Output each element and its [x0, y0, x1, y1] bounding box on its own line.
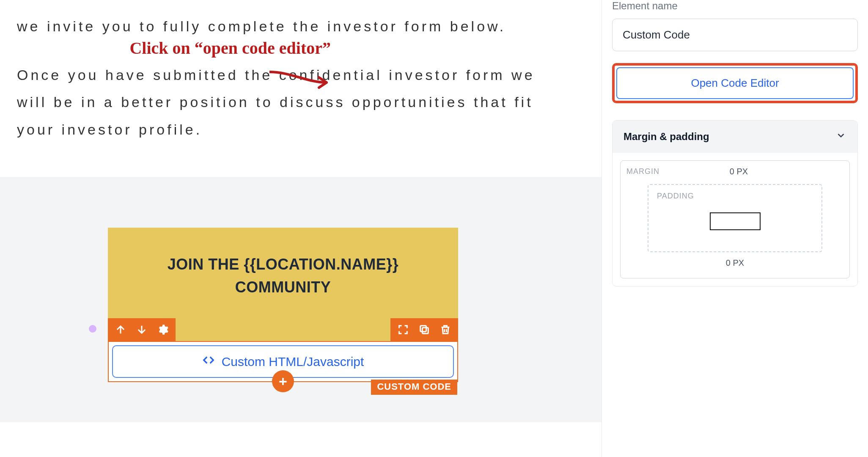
padding-label: PADDING [657, 192, 694, 200]
add-element-button[interactable]: + [272, 370, 294, 392]
page-text-block: we invite you to fully complete the inve… [0, 0, 602, 177]
duplicate-icon[interactable] [418, 324, 430, 336]
code-icon [202, 354, 215, 369]
custom-code-element[interactable]: Custom HTML/Javascript + CUSTOM CODE [108, 341, 458, 382]
svg-rect-1 [420, 326, 426, 332]
move-down-icon[interactable] [136, 324, 148, 336]
padding-box[interactable]: PADDING [648, 184, 822, 252]
selected-section[interactable]: JOIN THE {{LOCATION.NAME}} COMMUNITY [108, 228, 458, 382]
highlight-box: Open Code Editor [612, 63, 858, 103]
element-name-input[interactable] [612, 19, 858, 51]
canvas-lower-area: JOIN THE {{LOCATION.NAME}} COMMUNITY [0, 177, 602, 422]
element-name-label: Element name [612, 0, 858, 12]
toolbar-left-group [108, 318, 176, 341]
margin-bottom-value[interactable]: 0 PX [626, 258, 843, 268]
margin-box[interactable]: MARGIN 0 PX PADDING 0 PX [620, 160, 850, 278]
element-toolbar [108, 318, 458, 341]
move-up-icon[interactable] [115, 324, 126, 336]
chevron-down-icon [835, 130, 846, 143]
custom-code-tag: CUSTOM CODE [371, 380, 457, 395]
inspector-sidebar: Element name Open Code Editor Margin & p… [602, 0, 868, 457]
svg-rect-0 [422, 328, 428, 334]
trash-icon[interactable] [439, 324, 451, 336]
open-code-editor-button[interactable]: Open Code Editor [616, 67, 854, 99]
editor-canvas: we invite you to fully complete the inve… [0, 0, 602, 457]
paragraph-1: we invite you to fully complete the inve… [17, 13, 567, 40]
paragraph-2: Once you have submitted the confidential… [17, 61, 567, 143]
accordion-title: Margin & padding [624, 131, 709, 143]
yellow-community-block[interactable]: JOIN THE {{LOCATION.NAME}} COMMUNITY [108, 228, 458, 341]
content-rect [710, 212, 761, 230]
margin-label: MARGIN [626, 167, 659, 176]
custom-code-label: Custom HTML/Javascript [222, 355, 364, 369]
accordion-header[interactable]: Margin & padding [613, 121, 857, 153]
margin-padding-accordion: Margin & padding MARGIN 0 PX PADDING 0 P… [612, 120, 858, 286]
gear-icon[interactable] [157, 324, 169, 336]
margin-top-value[interactable]: 0 PX [730, 167, 748, 176]
drag-handle-dot[interactable] [89, 325, 96, 333]
community-heading: JOIN THE {{LOCATION.NAME}} COMMUNITY [125, 253, 441, 299]
expand-icon[interactable] [397, 324, 409, 336]
toolbar-right-group [390, 318, 458, 341]
accordion-body: MARGIN 0 PX PADDING 0 PX [613, 153, 857, 286]
